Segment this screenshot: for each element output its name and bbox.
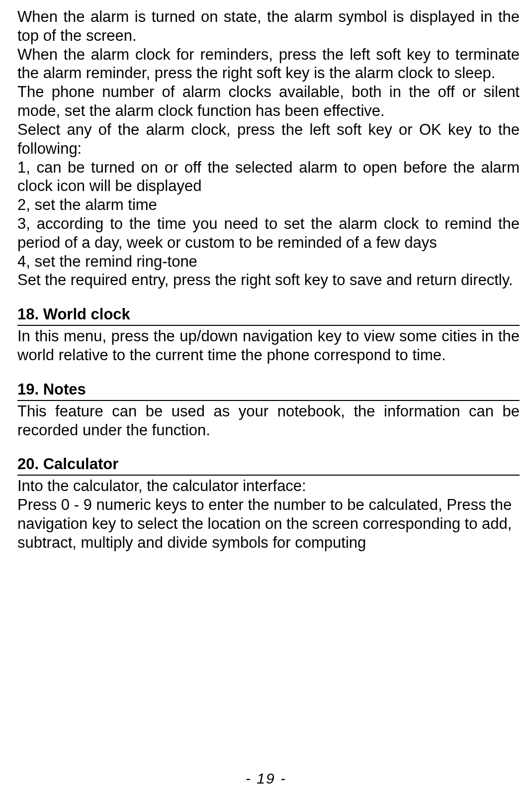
paragraph: In this menu, press the up/down navigati… xyxy=(17,326,520,365)
list-item: 4, set the remind ring-tone xyxy=(17,252,520,271)
section-heading-notes: 19. Notes xyxy=(17,365,520,401)
paragraph: Press 0 - 9 numeric keys to enter the nu… xyxy=(17,496,520,552)
page-number: - 19 - xyxy=(0,770,532,787)
paragraph: Into the calculator, the calculator inte… xyxy=(17,476,520,496)
paragraph: The phone number of alarm clocks availab… xyxy=(17,83,520,120)
paragraph: This feature can be used as your noteboo… xyxy=(17,401,520,440)
list-item: 3, according to the time you need to set… xyxy=(17,214,520,252)
section-heading-world-clock: 18. World clock xyxy=(17,290,520,326)
section-heading-calculator: 20. Calculator xyxy=(17,439,520,476)
paragraph: When the alarm clock for reminders, pres… xyxy=(17,45,520,83)
list-item: 2, set the alarm time xyxy=(17,196,520,214)
document-page: When the alarm is turned on state, the a… xyxy=(0,0,532,796)
paragraph: When the alarm is turned on state, the a… xyxy=(17,7,520,45)
paragraph: Select any of the alarm clock, press the… xyxy=(17,120,520,158)
paragraph: Set the required entry, press the right … xyxy=(17,271,520,290)
list-item: 1, can be turned on or off the selected … xyxy=(17,158,520,196)
